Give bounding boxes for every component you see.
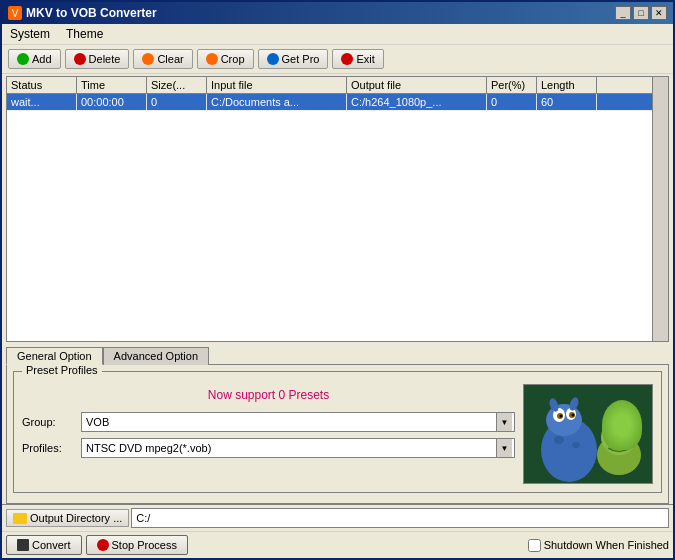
exit-label: Exit — [356, 53, 374, 65]
preset-profiles-box: Preset Profiles Now support 0 Presets Gr… — [13, 371, 662, 493]
profiles-combo[interactable]: NTSC DVD mpeg2(*.vob) ▼ — [81, 438, 515, 458]
svg-point-3 — [572, 442, 580, 448]
header-time: Time — [77, 77, 147, 93]
getpro-button[interactable]: Get Pro — [258, 49, 329, 69]
svg-point-14 — [601, 419, 637, 455]
output-dir-row: Output Directory ... — [2, 504, 673, 531]
cell-length: 60 — [537, 94, 597, 110]
cell-per: 0 — [487, 94, 537, 110]
table-inner: Status Time Size(... Input file Output f… — [7, 77, 652, 341]
window-title: MKV to VOB Converter — [26, 6, 157, 20]
group-row: Group: VOB ▼ — [22, 412, 515, 432]
cell-output: C:/h264_1080p_... — [347, 94, 487, 110]
shutdown-check: Shutdown When Finished — [528, 539, 669, 552]
file-table: Status Time Size(... Input file Output f… — [6, 76, 669, 342]
svg-point-9 — [560, 415, 563, 418]
header-output: Output file — [347, 77, 487, 93]
menu-theme[interactable]: Theme — [62, 26, 107, 42]
profiles-label: Profiles: — [22, 442, 77, 454]
tabs-row: General Option Advanced Option — [6, 346, 669, 364]
profiles-combo-arrow: ▼ — [496, 439, 512, 457]
preset-left: Now support 0 Presets Group: VOB ▼ Profi… — [22, 384, 515, 484]
add-button[interactable]: Add — [8, 49, 61, 69]
group-value: VOB — [84, 416, 496, 428]
clear-label: Clear — [157, 53, 183, 65]
tab-advanced[interactable]: Advanced Option — [103, 347, 209, 365]
cell-input: C:/Documents a... — [207, 94, 347, 110]
table-row[interactable]: wait... 00:00:00 0 C:/Documents a... C:/… — [7, 94, 652, 111]
svg-point-10 — [572, 414, 575, 417]
group-combo[interactable]: VOB ▼ — [81, 412, 515, 432]
cell-status: wait... — [7, 94, 77, 110]
stop-label: Stop Process — [112, 539, 177, 551]
title-bar-left: V MKV to VOB Converter — [8, 6, 157, 20]
getpro-label: Get Pro — [282, 53, 320, 65]
stop-button[interactable]: Stop Process — [86, 535, 188, 555]
convert-button[interactable]: Convert — [6, 535, 82, 555]
shutdown-checkbox[interactable] — [528, 539, 541, 552]
exit-icon — [341, 53, 353, 65]
app-icon: V — [8, 6, 22, 20]
svg-point-20 — [627, 413, 636, 426]
stop-icon — [97, 539, 109, 551]
convert-label: Convert — [32, 539, 71, 551]
preset-profiles-legend: Preset Profiles — [22, 364, 102, 376]
exit-button[interactable]: Exit — [332, 49, 383, 69]
shutdown-label: Shutdown When Finished — [544, 539, 669, 551]
minimize-button[interactable]: _ — [615, 6, 631, 20]
table-body[interactable]: wait... 00:00:00 0 C:/Documents a... C:/… — [7, 94, 652, 341]
getpro-icon — [267, 53, 279, 65]
header-size: Size(... — [147, 77, 207, 93]
output-dir-input[interactable] — [131, 508, 669, 528]
delete-button[interactable]: Delete — [65, 49, 130, 69]
bottom-left: Convert Stop Process — [6, 535, 188, 555]
svg-point-2 — [554, 436, 564, 444]
add-icon — [17, 53, 29, 65]
menu-bar: System Theme — [2, 24, 673, 45]
window-controls: _ □ ✕ — [615, 6, 667, 20]
cell-time: 00:00:00 — [77, 94, 147, 110]
output-dir-label: Output Directory ... — [30, 512, 122, 524]
title-bar: V MKV to VOB Converter _ □ ✕ — [2, 2, 673, 24]
header-input: Input file — [207, 77, 347, 93]
add-label: Add — [32, 53, 52, 65]
clear-icon — [142, 53, 154, 65]
options-area: General Option Advanced Option Preset Pr… — [6, 346, 669, 504]
close-button[interactable]: ✕ — [651, 6, 667, 20]
header-length: Length — [537, 77, 597, 93]
film-icon — [17, 539, 29, 551]
preview-image — [523, 384, 653, 484]
clear-button[interactable]: Clear — [133, 49, 192, 69]
svg-point-16 — [613, 429, 625, 441]
group-label: Group: — [22, 416, 77, 428]
folder-icon — [13, 513, 27, 524]
header-per: Per(%) — [487, 77, 537, 93]
delete-label: Delete — [89, 53, 121, 65]
main-window: V MKV to VOB Converter _ □ ✕ System Them… — [0, 0, 675, 560]
svg-point-4 — [546, 404, 582, 436]
profiles-value: NTSC DVD mpeg2(*.vob) — [84, 442, 496, 454]
crop-button[interactable]: Crop — [197, 49, 254, 69]
svg-point-15 — [609, 424, 629, 446]
scrollbar[interactable] — [652, 77, 668, 341]
delete-icon — [74, 53, 86, 65]
tab-content: Preset Profiles Now support 0 Presets Gr… — [6, 364, 669, 504]
header-status: Status — [7, 77, 77, 93]
crop-icon — [206, 53, 218, 65]
table-header: Status Time Size(... Input file Output f… — [7, 77, 652, 94]
svg-point-19 — [603, 414, 612, 427]
group-combo-arrow: ▼ — [496, 413, 512, 431]
output-dir-button[interactable]: Output Directory ... — [6, 509, 129, 527]
maximize-button[interactable]: □ — [633, 6, 649, 20]
svg-point-17 — [616, 432, 623, 439]
svg-point-18 — [620, 432, 622, 434]
toolbar: Add Delete Clear Crop Get Pro Exit — [2, 45, 673, 74]
crop-label: Crop — [221, 53, 245, 65]
profiles-row: Profiles: NTSC DVD mpeg2(*.vob) ▼ — [22, 438, 515, 458]
table-with-scroll: Status Time Size(... Input file Output f… — [7, 77, 668, 341]
bottom-bar: Convert Stop Process Shutdown When Finis… — [2, 531, 673, 558]
presets-support-text: Now support 0 Presets — [22, 384, 515, 406]
cell-size: 0 — [147, 94, 207, 110]
tab-general[interactable]: General Option — [6, 347, 103, 365]
menu-system[interactable]: System — [6, 26, 54, 42]
